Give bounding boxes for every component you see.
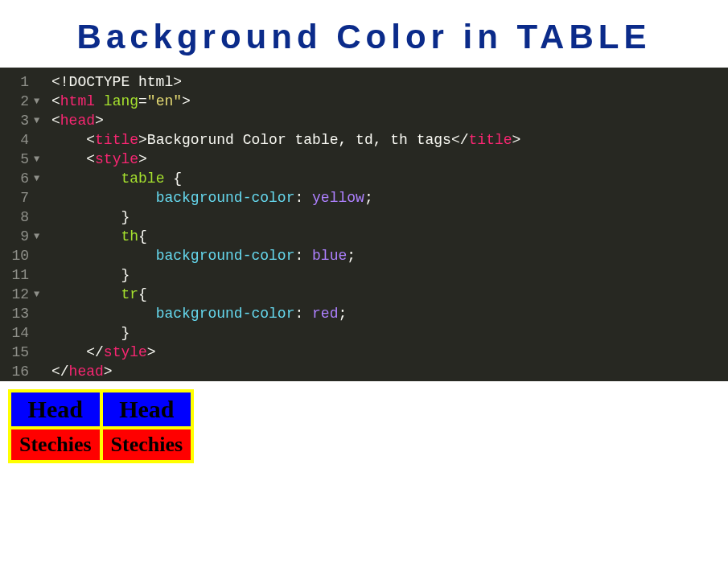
line-number: 3 [0,111,34,130]
fold-toggle-icon[interactable]: ▼ [34,230,51,243]
table-cell: Stechies [10,428,101,462]
code-content: <html lang="en"> [51,92,728,111]
line-number: 15 [0,343,34,362]
code-line: 11 } [0,265,728,285]
code-line: 9▼ th{ [0,227,728,246]
code-line: 3▼<head> [0,111,728,130]
code-line: 1<!DOCTYPE html> [0,72,728,92]
code-content: } [51,323,728,343]
line-number: 13 [0,304,34,323]
code-line: 2▼<html lang="en"> [0,92,728,111]
code-line: 16</head> [0,362,728,381]
line-number: 11 [0,265,34,285]
code-line: 15 </style> [0,343,728,362]
line-number: 8 [0,208,34,227]
line-number: 12 [0,285,34,304]
line-number: 14 [0,323,34,343]
code-line: 5▼ <style> [0,150,728,169]
line-number: 16 [0,362,34,381]
line-number: 7 [0,188,34,208]
code-line: 7 background-color: yellow; [0,188,728,208]
line-number: 6 [0,169,34,188]
page-title: Background Color in TABLE [0,0,728,68]
code-content: <title>Backgorund Color table, td, th ta… [51,130,728,150]
fold-toggle-icon[interactable]: ▼ [34,95,51,108]
code-content: </head> [51,362,728,381]
demo-table: Head Head Stechies Stechies [8,389,194,463]
table-header-cell: Head [101,391,193,428]
code-line: 12▼ tr{ [0,285,728,304]
code-content: <style> [51,150,728,169]
code-line: 8 } [0,208,728,227]
line-number: 9 [0,227,34,246]
table-cell: Stechies [101,428,193,462]
table-header-row: Head Head [10,391,192,428]
code-line: 13 background-color: red; [0,304,728,323]
code-line: 4 <title>Backgorund Color table, td, th … [0,130,728,150]
line-number: 4 [0,130,34,150]
result-area: Head Head Stechies Stechies [0,381,728,471]
fold-toggle-icon[interactable]: ▼ [34,288,51,301]
code-content: } [51,265,728,285]
code-content: background-color: red; [51,304,728,323]
line-number: 2 [0,92,34,111]
table-row: Stechies Stechies [10,428,192,462]
code-content: <!DOCTYPE html> [51,72,728,92]
code-editor: 1<!DOCTYPE html>2▼<html lang="en">3▼<hea… [0,68,728,381]
table-header-cell: Head [10,391,101,428]
code-content: table { [51,169,728,188]
code-line: 10 background-color: blue; [0,246,728,265]
code-line: 6▼ table { [0,169,728,188]
line-number: 1 [0,72,34,92]
code-content: background-color: blue; [51,246,728,265]
fold-toggle-icon[interactable]: ▼ [34,114,51,127]
code-content: tr{ [51,285,728,304]
fold-toggle-icon[interactable]: ▼ [34,153,51,166]
code-content: } [51,208,728,227]
line-number: 10 [0,246,34,265]
code-content: th{ [51,227,728,246]
fold-toggle-icon[interactable]: ▼ [34,172,51,185]
line-number: 5 [0,150,34,169]
code-line: 14 } [0,323,728,343]
code-content: </style> [51,343,728,362]
code-content: <head> [51,111,728,130]
code-content: background-color: yellow; [51,188,728,208]
